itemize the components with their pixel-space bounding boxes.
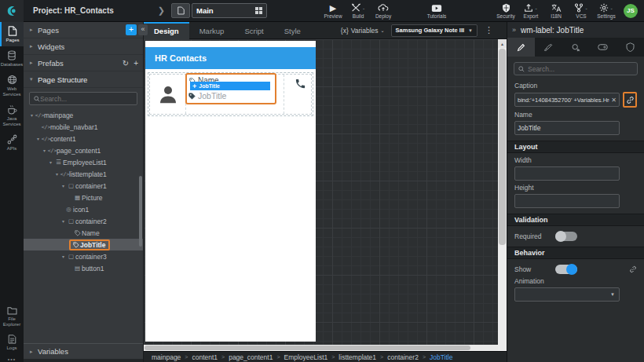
chevron-down-icon[interactable]: ▾ [60,254,67,259]
rail-item-logs[interactable]: Logs [0,331,24,354]
add-page-button[interactable]: + [126,24,137,35]
phone-button-cell[interactable] [284,75,311,114]
tab-style[interactable]: Style [274,22,311,39]
show-toggle[interactable] [555,265,577,274]
rail-item-apis[interactable]: APIs [0,130,24,155]
tree-item-employeelist1[interactable]: ▾ ☰ EmployeeList1 [24,156,143,168]
breadcrumb-page-content1[interactable]: page_content1 [229,353,273,361]
name-input[interactable] [514,121,620,135]
section-variables[interactable]: ▸ Variables [24,343,143,359]
picture-cell[interactable] [150,75,186,114]
vcs-button[interactable]: ⌄ VCS [569,0,594,22]
grid-icon[interactable] [255,7,262,14]
tutorials-button[interactable]: Tutorials [424,0,449,22]
rail-item-databases[interactable]: Databases [0,46,24,71]
add-prefab-button[interactable]: + [134,59,138,68]
bind-show-button[interactable] [629,265,637,273]
tab-styles[interactable] [535,38,562,57]
breadcrumb-listtemplate1[interactable]: listtemplate1 [338,353,376,361]
collapse-panel-button[interactable]: « [138,24,148,35]
kebab-menu-icon[interactable]: ⋮ [485,25,493,35]
variables-dropdown[interactable]: {x} Variables ⌄ [341,27,385,35]
caption-input[interactable]: ✕ [514,93,620,107]
breadcrumb-container2[interactable]: container2 [387,353,419,361]
section-pages[interactable]: ▸ Pages + « [24,22,143,38]
tree-item-content1[interactable]: ▾ </> content1 [24,133,143,144]
structure-search-input[interactable] [40,95,126,103]
canvas-horizontal-scrollbar[interactable] [144,345,498,351]
tab-script[interactable]: Script [234,22,273,39]
vscroll-thumb[interactable] [499,49,506,245]
more-icon[interactable]: ••• [0,357,24,362]
tree-item-jobtitle[interactable]: JobTitle [24,239,143,250]
phone-app-header[interactable]: HR Contacts [145,47,316,69]
open-page-tab-main[interactable]: Main [192,3,267,18]
tree-item-mobile-navbar1[interactable]: </> mobile_navbar1 [24,121,143,133]
wavemaker-logo[interactable] [0,0,24,22]
tab-devices[interactable] [589,38,617,57]
tree-item-mainpage[interactable]: ▾ </> mainpage [24,109,143,121]
breadcrumb-jobtitle[interactable]: JobTitle [430,353,452,361]
hscroll-thumb[interactable] [145,346,470,350]
chevron-down-icon: ⌄ [609,5,613,10]
rail-item-pages[interactable]: Pages [0,22,24,46]
build-button[interactable]: ⌄ Build [346,0,371,22]
employee-list-selection[interactable]: Name + JobTitle JobTitle [148,72,313,116]
tree-item-picture[interactable]: ▦ Picture [24,192,143,203]
page-file-button[interactable] [171,3,190,18]
i18n-button[interactable]: I18N [543,0,569,22]
user-avatar[interactable]: JS [624,4,638,18]
pencil-icon [517,43,525,52]
required-toggle[interactable] [555,232,577,241]
tab-security[interactable] [617,38,644,57]
tab-markup[interactable]: Markup [189,22,235,39]
scroll-up-icon[interactable]: ▲ [498,39,507,48]
export-button[interactable]: ⌄ Export [518,0,543,22]
tree-item-name[interactable]: Name [24,227,143,239]
tree-scrollbar[interactable] [139,176,142,247]
rail-item-java-services[interactable]: Java Services [0,101,24,130]
tree-item-container2[interactable]: ▾ ▢ container2 [24,215,143,227]
breadcrumb-content1[interactable]: content1 [192,353,218,361]
video-icon [431,3,442,13]
chevron-down-icon[interactable]: ▾ [47,159,54,165]
deploy-button[interactable]: Deploy [371,0,396,22]
list-item-card[interactable]: Name + JobTitle JobTitle [149,74,312,115]
bind-caption-button[interactable] [623,92,637,108]
tree-item-button1[interactable]: ▤ button1 [24,262,143,274]
collapse-panel-icon[interactable]: » [512,26,516,34]
preview-button[interactable]: ▶ Preview [320,0,346,22]
chevron-down-icon[interactable]: ▾ [60,183,67,188]
width-input[interactable] [514,166,620,181]
phone-preview[interactable]: HR Contacts Name [145,41,316,342]
clear-caption-icon[interactable]: ✕ [611,97,617,104]
device-select[interactable]: Samsung Galaxy Note III ▼ [391,24,478,37]
tree-item-page-content1[interactable]: ▾ </> page_content1 [24,144,143,156]
chevron-down-icon[interactable]: ▾ [60,218,67,224]
structure-search[interactable] [29,92,137,105]
tree-item-listtemplate1[interactable]: ▾ </> listtemplate1 [24,168,143,180]
breadcrumb-mainpage[interactable]: mainpage [152,353,181,361]
properties-search-input[interactable] [528,65,622,73]
animation-select[interactable]: ▼ [514,287,620,302]
tab-design[interactable]: Design [144,22,189,39]
labels-cell[interactable]: Name + JobTitle JobTitle [186,75,284,114]
canvas-vertical-scrollbar[interactable]: ▲ [498,39,507,351]
properties-search[interactable] [514,62,638,75]
tree-item-container1[interactable]: ▾ ▢ container1 [24,180,143,192]
section-widgets[interactable]: ▸ Widgets [24,38,143,55]
section-prefabs[interactable]: ▸ Prefabs ↻ + [24,55,143,71]
breadcrumb-employeelist1[interactable]: EmployeeList1 [284,353,328,361]
rail-item-web-services[interactable]: Web Services [0,71,24,101]
rail-item-file-explorer[interactable]: File Explorer [0,302,24,331]
settings-button[interactable]: ⌄ Settings [594,0,619,22]
section-page-structure[interactable]: ▾ Page Structure [24,71,143,88]
tree-item-container3[interactable]: ▾ ▢ container3 [24,250,143,262]
security-button[interactable]: Security [493,0,518,22]
tab-events[interactable] [562,38,590,57]
height-input[interactable] [514,194,620,208]
tree-item-icon1[interactable]: ◎ icon1 [24,203,143,215]
refresh-icon[interactable]: ↻ [123,59,129,68]
tab-properties[interactable] [507,38,535,57]
design-canvas[interactable]: HR Contacts Name [144,39,507,351]
